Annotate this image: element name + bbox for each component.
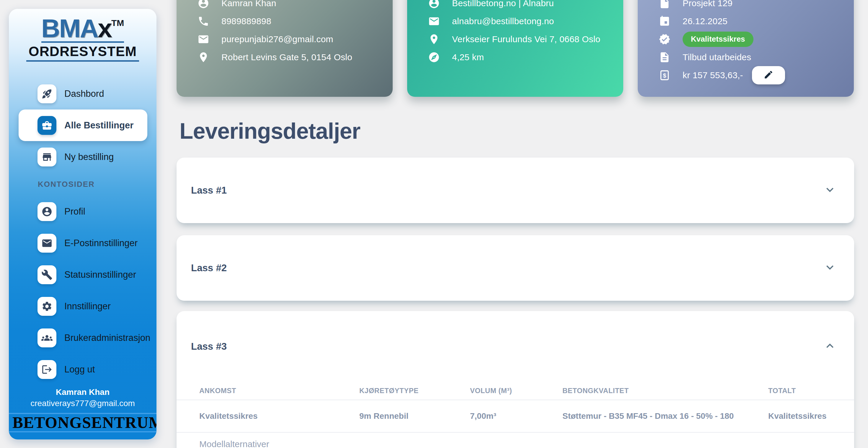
plant-distance-row: 4,25 km xyxy=(428,48,614,66)
summary-cards: Kamran Khan 8989889898 purepunjabi276@gm… xyxy=(177,0,854,97)
plant-email: alnabru@bestillbetong.no xyxy=(452,16,554,26)
project-date: 26.12.2025 xyxy=(683,16,727,26)
user-email: creativerays777@gmail.com xyxy=(9,399,156,408)
customer-name-row: Kamran Khan xyxy=(197,0,384,12)
sidebar-item-epostinnstillinger[interactable]: E-Postinnstillinger xyxy=(9,227,156,259)
sidebar-item-label: E-Postinnstillinger xyxy=(64,238,137,249)
chevron-up-icon xyxy=(823,339,837,354)
calendar-icon xyxy=(658,15,671,27)
verified-icon xyxy=(658,33,671,45)
mail-icon xyxy=(197,33,210,45)
store-icon xyxy=(37,148,56,166)
sidebar-item-profil[interactable]: Profil xyxy=(9,196,156,227)
plant-name: Bestillbetong.no | Alnabru xyxy=(452,0,554,8)
load-table-header: ANKOMST KJØRETØYTYPE VOLUM (M³) BETONGKV… xyxy=(177,382,854,399)
load-3-title: Lass #3 xyxy=(191,341,227,352)
offer-icon xyxy=(658,51,671,63)
sidebar-nav: Dashbord Alle Bestillinger Ny bestilling… xyxy=(9,78,156,385)
customer-address-row: Robert Levins Gate 5, 0154 Oslo xyxy=(197,48,384,66)
plant-address: Verkseier Furulunds Vei 7, 0668 Oslo xyxy=(452,34,600,44)
users-icon xyxy=(37,328,56,347)
sidebar-item-label: Ny bestilling xyxy=(64,152,114,162)
sidebar-item-label: Statusinnstillinger xyxy=(64,269,136,280)
column-header: KJØRETØYTYPE xyxy=(359,387,470,395)
customer-phone: 8989889898 xyxy=(221,16,271,26)
sidebar-item-dashbord[interactable]: Dashbord xyxy=(9,78,156,109)
betongsentrum-logo: BETONGSENTRUM xyxy=(9,413,156,433)
sidebar-item-statusinnstillinger[interactable]: Statusinnstillinger xyxy=(9,259,156,290)
edit-price-button[interactable] xyxy=(752,66,785,85)
project-status-row: Kvalitetssikres xyxy=(658,30,845,48)
project-offer-row: Tilbud utarbeides xyxy=(658,48,845,66)
cell-ankomst: Kvalitetssikres xyxy=(199,411,359,421)
project-offer-status: Tilbud utarbeides xyxy=(683,52,751,62)
user-name: Kamran Khan xyxy=(9,387,156,397)
logout-icon xyxy=(37,360,56,379)
sidebar-item-ny-bestilling[interactable]: Ny bestilling xyxy=(9,141,156,173)
load-card-3: Lass #3 ANKOMST KJØRETØYTYPE VOLUM (M³) … xyxy=(177,311,854,448)
customer-address: Robert Levins Gate 5, 0154 Oslo xyxy=(221,52,352,62)
column-header: TOTALT xyxy=(768,387,837,395)
customer-phone-row: 8989889898 xyxy=(197,12,384,30)
rocket-icon xyxy=(37,85,56,103)
mail-icon xyxy=(37,234,56,253)
model-options-label: Modellalternativer xyxy=(177,433,854,448)
cell-betongkvalitet: Støttemur - B35 MF45 - Dmax 16 - 50% - 1… xyxy=(562,411,768,421)
pencil-icon xyxy=(764,70,774,81)
logo-brand: BMA xyxy=(41,13,98,43)
plant-card: Bestillbetong.no | Alnabru alnabru@besti… xyxy=(407,0,623,97)
profile-icon xyxy=(37,202,56,221)
customer-card: Kamran Khan 8989889898 purepunjabi276@gm… xyxy=(177,0,393,97)
distance-icon xyxy=(428,51,440,63)
chevron-down-icon xyxy=(823,260,837,276)
tools-icon xyxy=(37,265,56,284)
customer-name: Kamran Khan xyxy=(221,0,276,8)
sidebar-footer: Kamran Khan creativerays777@gmail.com BE… xyxy=(9,387,156,433)
sidebar-item-innstillinger[interactable]: Innstillinger xyxy=(9,290,156,322)
sidebar-item-label: Alle Bestillinger xyxy=(64,120,133,131)
project-card: Prosjekt 129 26.12.2025 Kvalitetssikres … xyxy=(638,0,854,97)
sidebar-item-label: Dashbord xyxy=(64,89,104,99)
sidebar-item-label: Profil xyxy=(64,206,85,217)
sidebar-item-brukeradministrasjon[interactable]: Brukeradministrasjon xyxy=(9,322,156,354)
logo-x: x xyxy=(98,13,111,43)
location-icon xyxy=(428,33,440,45)
customer-email: purepunjabi276@gmail.com xyxy=(221,34,333,44)
load-card-2: Lass #2 xyxy=(177,235,854,301)
sidebar-item-alle-bestillinger[interactable]: Alle Bestillinger xyxy=(19,109,147,141)
mail-icon xyxy=(428,15,440,27)
sidebar-item-label: Logg ut xyxy=(64,364,95,375)
logo-subtitle: ORDRESYSTEM xyxy=(26,43,139,62)
phone-icon xyxy=(197,15,210,27)
load-2-header[interactable]: Lass #2 xyxy=(177,235,854,301)
project-name: Prosjekt 129 xyxy=(683,0,733,8)
load-card-1: Lass #1 xyxy=(177,158,854,223)
cell-kjoretoytype: 9m Rennebil xyxy=(359,411,470,421)
load-3-header[interactable]: Lass #3 xyxy=(177,311,854,382)
cell-volum: 7,00m³ xyxy=(470,411,562,421)
plant-address-row: Verkseier Furulunds Vei 7, 0668 Oslo xyxy=(428,30,614,48)
logo-wordmark: BMAxTM xyxy=(41,15,124,43)
plant-name-row: Bestillbetong.no | Alnabru xyxy=(428,0,614,12)
column-header: VOLUM (M³) xyxy=(470,387,562,395)
sidebar-item-label: Brukeradministrasjon xyxy=(64,332,150,343)
svg-text:$: $ xyxy=(663,72,666,78)
project-name-row: Prosjekt 129 xyxy=(658,0,845,12)
price-icon: $ xyxy=(658,69,671,82)
person-icon xyxy=(197,0,210,9)
project-price-row: $ kr 157 553,63,- xyxy=(658,66,845,84)
logo-tm: TM xyxy=(111,18,124,28)
plant-email-row: alnabru@bestillbetong.no xyxy=(428,12,614,30)
location-icon xyxy=(197,51,210,63)
file-icon xyxy=(658,0,671,9)
sidebar-section-kontosider: KONTOSIDER xyxy=(9,173,156,196)
load-1-header[interactable]: Lass #1 xyxy=(177,158,854,223)
gear-icon xyxy=(37,297,56,316)
page-title: Leveringsdetaljer xyxy=(180,118,360,144)
sidebar-item-logg-ut[interactable]: Logg ut xyxy=(9,354,156,385)
load-2-title: Lass #2 xyxy=(191,262,227,274)
project-date-row: 26.12.2025 xyxy=(658,12,845,30)
cell-totalt: Kvalitetssikres xyxy=(768,411,837,421)
chevron-down-icon xyxy=(823,183,837,198)
app-logo: BMAxTM ORDRESYSTEM xyxy=(9,9,156,62)
